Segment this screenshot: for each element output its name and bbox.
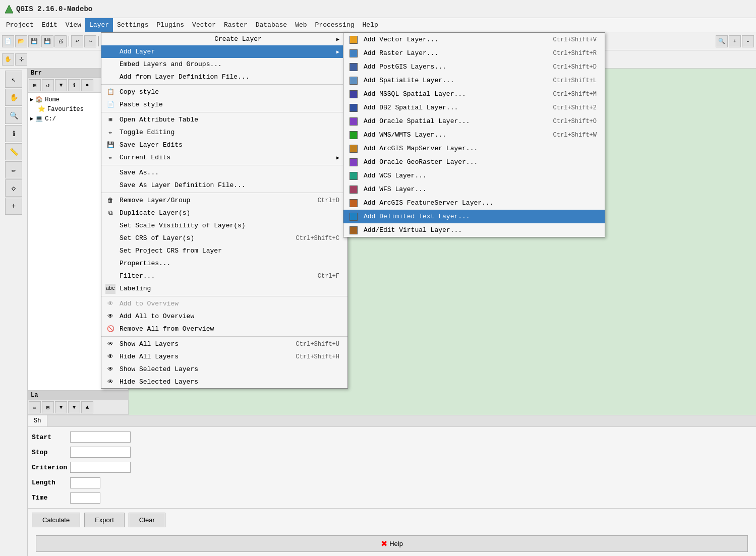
menu-item-filter[interactable]: Filter... Ctrl+F <box>101 270 347 282</box>
btn-new[interactable]: 📄 <box>2 35 14 47</box>
layers-btn5[interactable]: ▲ <box>81 401 93 413</box>
submenu-wcs[interactable]: Add WCS Layer... <box>343 169 605 182</box>
menu-item-current-edits[interactable]: ✏ Current Edits ▶ <box>101 151 347 164</box>
submenu-vector[interactable]: Add Vector Layer... Ctrl+Shift+V <box>343 33 605 46</box>
tab-sh[interactable]: Sh <box>28 415 47 426</box>
tool-identify[interactable]: ℹ <box>5 125 22 142</box>
btn-open[interactable]: 📂 <box>15 35 27 47</box>
tool-digitize[interactable]: ✏ <box>5 161 22 178</box>
menu-item-properties[interactable]: Properties... <box>101 257 347 270</box>
layers-btn1[interactable]: ✏ <box>29 401 41 413</box>
input-time[interactable] <box>70 492 100 504</box>
submenu-virtual[interactable]: Add/Edit Virtual Layer... <box>343 223 605 237</box>
menu-item-copy-style[interactable]: 📋 Copy style <box>101 86 347 98</box>
menu-project[interactable]: Project <box>2 18 38 32</box>
save-edits-icon: 💾 <box>105 140 115 150</box>
layers-btn3[interactable]: ▼ <box>55 401 67 413</box>
submenu-wfs[interactable]: Add WFS Layer... <box>343 182 605 196</box>
layers-btn4[interactable]: ▼ <box>68 401 80 413</box>
btn-zoom-extent[interactable]: 🔍 <box>716 35 728 47</box>
tool-zoom[interactable]: 🔍 <box>5 107 22 124</box>
menu-item-set-project-crs[interactable]: Set Project CRS from Layer <box>101 244 347 257</box>
input-criterion[interactable] <box>70 462 131 473</box>
menu-item-save-as[interactable]: Save As... <box>101 166 347 179</box>
raster-color <box>350 49 358 57</box>
tool-add-feature[interactable]: + <box>5 198 22 215</box>
browser-btn3[interactable]: ▼ <box>55 79 67 91</box>
menu-layer[interactable]: Layer <box>85 18 113 32</box>
submenu-arcgis-feat[interactable]: Add ArcGIS FeatureServer Layer... <box>343 196 605 210</box>
layers-btn2[interactable]: ⊞ <box>42 401 54 413</box>
menu-item-show-all[interactable]: 👁 Show All Layers Ctrl+Shift+U <box>101 338 347 350</box>
arcgis-feat-icon <box>347 197 360 209</box>
btn-save[interactable]: 💾 <box>28 35 40 47</box>
menu-raster[interactable]: Raster <box>220 18 252 32</box>
submenu-delimited[interactable]: Add Delimited Text Layer... <box>343 210 605 223</box>
menu-item-save-edits[interactable]: 💾 Save Layer Edits <box>101 139 347 151</box>
menu-item-remove-layer[interactable]: 🗑 Remove Layer/Group Ctrl+D <box>101 194 347 207</box>
browser-btn1[interactable]: ⊞ <box>29 79 41 91</box>
input-length[interactable] <box>70 477 100 488</box>
submenu-arcgis-map[interactable]: Add ArcGIS MapServer Layer... <box>343 142 605 155</box>
menu-item-labeling[interactable]: abc Labeling <box>101 282 347 295</box>
menu-item-add-all-overview[interactable]: 👁 Add All to Overview <box>101 310 347 323</box>
arcgis-map-color <box>350 145 358 153</box>
btn-redo[interactable]: ↪ <box>84 35 96 47</box>
btn-undo[interactable]: ↩ <box>71 35 83 47</box>
menu-item-open-attr[interactable]: ⊞ Open Attribute Table <box>101 113 347 126</box>
btn-select[interactable]: ⊹ <box>15 53 27 66</box>
input-start[interactable] <box>70 431 131 443</box>
submenu-mssql[interactable]: Add MSSQL Spatial Layer... Ctrl+Shift+M <box>343 87 605 101</box>
menu-edit[interactable]: Edit <box>38 18 62 32</box>
menu-item-duplicate-layer[interactable]: ⧉ Duplicate Layer(s) <box>101 207 347 219</box>
label-start: Start <box>32 434 67 441</box>
browser-btn4[interactable]: ℹ <box>68 79 80 91</box>
menu-vector[interactable]: Vector <box>188 18 220 32</box>
clear-button[interactable]: Clear <box>129 513 165 527</box>
menu-item-embed-layers[interactable]: Embed Layers and Groups... <box>101 58 347 71</box>
browser-btn5[interactable]: ● <box>81 79 93 91</box>
browser-btn2[interactable]: ↺ <box>42 79 54 91</box>
submenu-wms[interactable]: Add WMS/WMTS Layer... Ctrl+Shift+W <box>343 128 605 142</box>
menu-item-add-from-def[interactable]: Add from Layer Definition File... <box>101 71 347 83</box>
submenu-postgis[interactable]: Add PostGIS Layers... Ctrl+Shift+D <box>343 60 605 74</box>
menu-item-hide-all[interactable]: 👁 Hide All Layers Ctrl+Shift+H <box>101 350 347 363</box>
menu-settings[interactable]: Settings <box>113 18 152 32</box>
submenu-spatialite[interactable]: Add SpatiaLite Layer... Ctrl+Shift+L <box>343 74 605 87</box>
menu-item-hide-selected[interactable]: 👁 Hide Selected Layers <box>101 376 347 388</box>
input-stop[interactable] <box>70 447 131 458</box>
menu-item-remove-all-overview[interactable]: 🚫 Remove All from Overview <box>101 323 347 335</box>
menu-item-paste-style[interactable]: 📄 Paste style <box>101 98 347 111</box>
menu-plugins[interactable]: Plugins <box>152 18 188 32</box>
menu-item-save-as-def[interactable]: Save As Layer Definition File... <box>101 179 347 192</box>
help-button[interactable]: ✖ Help <box>36 535 748 552</box>
menu-web[interactable]: Web <box>291 18 311 32</box>
submenu-oracle-geo[interactable]: Add Oracle GeoRaster Layer... <box>343 155 605 169</box>
menu-item-add-overview[interactable]: 👁 Add to Overview <box>101 297 347 310</box>
btn-save2[interactable]: 💾 <box>41 35 53 47</box>
menu-item-set-crs[interactable]: Set CRS of Layer(s) Ctrl+Shift+C <box>101 232 347 244</box>
tool-node[interactable]: ◇ <box>5 179 22 197</box>
menu-help[interactable]: Help <box>359 18 382 32</box>
menu-view[interactable]: View <box>62 18 85 32</box>
btn-pan[interactable]: ✋ <box>2 53 14 66</box>
tool-measure[interactable]: 📏 <box>5 143 22 160</box>
calculate-button[interactable]: Calculate <box>32 513 80 527</box>
submenu-raster[interactable]: Add Raster Layer... Ctrl+Shift+R <box>343 46 605 60</box>
menu-item-add-layer[interactable]: Add Layer ▶ <box>101 45 347 58</box>
export-button[interactable]: Export <box>84 513 125 527</box>
menu-database[interactable]: Database <box>252 18 291 32</box>
menu-processing[interactable]: Processing <box>311 18 359 32</box>
tool-select[interactable]: ↖ <box>5 71 22 88</box>
btn-zoom-in[interactable]: + <box>729 35 741 47</box>
menu-item-show-selected[interactable]: 👁 Show Selected Layers <box>101 363 347 376</box>
tool-pan[interactable]: ✋ <box>5 89 22 106</box>
menu-item-set-scale[interactable]: Set Scale Visibility of Layer(s) <box>101 219 347 232</box>
submenu-oracle[interactable]: Add Oracle Spatial Layer... Ctrl+Shift+O <box>343 114 605 128</box>
submenu-db2[interactable]: Add DB2 Spatial Layer... Ctrl+Shift+2 <box>343 101 605 114</box>
sep-4 <box>101 193 347 193</box>
menu-item-toggle-editing[interactable]: ✏ Toggle Editing <box>101 126 347 139</box>
btn-print[interactable]: 🖨 <box>54 35 67 47</box>
menu-item-create-layer[interactable]: Create Layer ▶ <box>101 33 347 45</box>
btn-zoom-out[interactable]: - <box>742 35 754 47</box>
